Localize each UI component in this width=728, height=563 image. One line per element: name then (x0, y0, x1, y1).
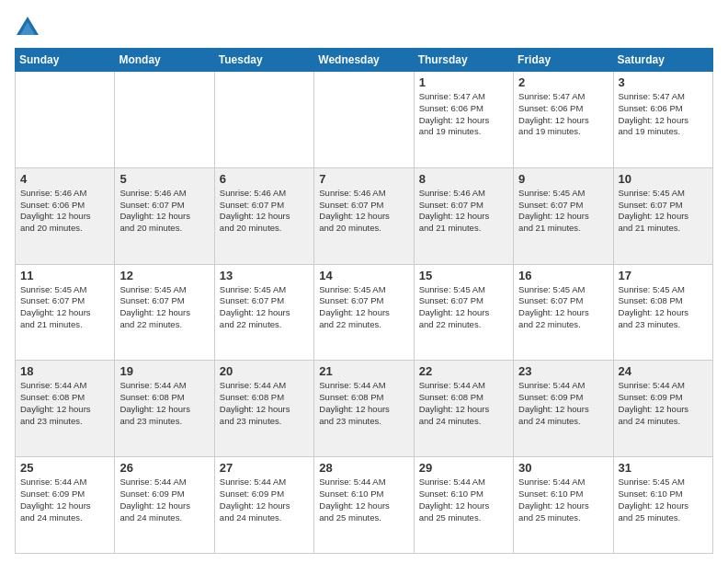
day-info: Sunrise: 5:45 AM Sunset: 6:07 PM Dayligh… (20, 284, 109, 331)
day-info: Sunrise: 5:44 AM Sunset: 6:08 PM Dayligh… (419, 380, 508, 427)
table-row: 22Sunrise: 5:44 AM Sunset: 6:08 PM Dayli… (414, 361, 513, 457)
table-row: 28Sunrise: 5:44 AM Sunset: 6:10 PM Dayli… (314, 457, 414, 554)
day-number: 8 (419, 172, 508, 186)
day-number: 7 (319, 172, 408, 186)
table-row: 26Sunrise: 5:44 AM Sunset: 6:09 PM Dayli… (115, 457, 214, 554)
table-row: 13Sunrise: 5:45 AM Sunset: 6:07 PM Dayli… (214, 264, 313, 361)
calendar-table: Sunday Monday Tuesday Wednesday Thursday… (15, 48, 713, 554)
table-row: 24Sunrise: 5:44 AM Sunset: 6:09 PM Dayli… (613, 361, 712, 457)
calendar-week-row: 1Sunrise: 5:47 AM Sunset: 6:06 PM Daylig… (16, 72, 713, 168)
day-info: Sunrise: 5:46 AM Sunset: 6:06 PM Dayligh… (20, 188, 109, 235)
day-info: Sunrise: 5:45 AM Sunset: 6:07 PM Dayligh… (419, 284, 508, 331)
table-row: 31Sunrise: 5:45 AM Sunset: 6:10 PM Dayli… (613, 457, 712, 554)
day-info: Sunrise: 5:44 AM Sunset: 6:09 PM Dayligh… (20, 477, 109, 523)
day-number: 29 (419, 461, 508, 475)
day-number: 4 (20, 172, 109, 186)
calendar-week-row: 11Sunrise: 5:45 AM Sunset: 6:07 PM Dayli… (16, 264, 713, 361)
day-info: Sunrise: 5:44 AM Sunset: 6:08 PM Dayligh… (119, 380, 209, 427)
table-row: 3Sunrise: 5:47 AM Sunset: 6:06 PM Daylig… (613, 72, 712, 168)
table-row: 7Sunrise: 5:46 AM Sunset: 6:07 PM Daylig… (314, 167, 414, 264)
table-row: 30Sunrise: 5:44 AM Sunset: 6:10 PM Dayli… (514, 457, 613, 554)
day-number: 25 (20, 461, 109, 475)
col-thursday: Thursday (414, 49, 513, 72)
day-number: 19 (119, 364, 209, 378)
table-row: 1Sunrise: 5:47 AM Sunset: 6:06 PM Daylig… (414, 72, 513, 168)
day-number: 21 (319, 364, 408, 378)
day-info: Sunrise: 5:45 AM Sunset: 6:07 PM Dayligh… (319, 284, 408, 331)
table-row (314, 72, 414, 168)
table-row: 14Sunrise: 5:45 AM Sunset: 6:07 PM Dayli… (314, 264, 414, 361)
day-number: 23 (518, 364, 608, 378)
col-saturday: Saturday (613, 49, 712, 72)
table-row: 18Sunrise: 5:44 AM Sunset: 6:08 PM Dayli… (16, 361, 115, 457)
day-number: 20 (220, 364, 309, 378)
day-number: 30 (518, 461, 608, 475)
table-row: 25Sunrise: 5:44 AM Sunset: 6:09 PM Dayli… (16, 457, 115, 554)
day-number: 13 (220, 269, 309, 282)
calendar-week-row: 25Sunrise: 5:44 AM Sunset: 6:09 PM Dayli… (16, 457, 713, 554)
day-number: 5 (119, 172, 209, 186)
day-number: 6 (220, 172, 309, 186)
day-number: 11 (20, 269, 109, 282)
table-row: 12Sunrise: 5:45 AM Sunset: 6:07 PM Dayli… (115, 264, 214, 361)
day-info: Sunrise: 5:45 AM Sunset: 6:07 PM Dayligh… (619, 188, 708, 235)
logo (15, 15, 44, 40)
table-row: 8Sunrise: 5:46 AM Sunset: 6:07 PM Daylig… (414, 167, 513, 264)
day-number: 2 (518, 75, 608, 89)
day-info: Sunrise: 5:47 AM Sunset: 6:06 PM Dayligh… (619, 91, 708, 138)
day-info: Sunrise: 5:47 AM Sunset: 6:06 PM Dayligh… (518, 91, 608, 138)
day-info: Sunrise: 5:45 AM Sunset: 6:07 PM Dayligh… (518, 188, 608, 235)
day-info: Sunrise: 5:44 AM Sunset: 6:09 PM Dayligh… (220, 477, 309, 523)
day-info: Sunrise: 5:44 AM Sunset: 6:09 PM Dayligh… (619, 380, 708, 427)
table-row: 15Sunrise: 5:45 AM Sunset: 6:07 PM Dayli… (414, 264, 513, 361)
table-row: 21Sunrise: 5:44 AM Sunset: 6:08 PM Dayli… (314, 361, 414, 457)
day-info: Sunrise: 5:45 AM Sunset: 6:07 PM Dayligh… (518, 284, 608, 331)
day-info: Sunrise: 5:47 AM Sunset: 6:06 PM Dayligh… (419, 91, 508, 138)
day-info: Sunrise: 5:44 AM Sunset: 6:08 PM Dayligh… (319, 380, 408, 427)
day-number: 9 (518, 172, 608, 186)
day-info: Sunrise: 5:45 AM Sunset: 6:10 PM Dayligh… (619, 477, 708, 523)
table-row (214, 72, 313, 168)
table-row: 20Sunrise: 5:44 AM Sunset: 6:08 PM Dayli… (214, 361, 313, 457)
table-row (16, 72, 115, 168)
day-number: 31 (619, 461, 708, 475)
table-row: 11Sunrise: 5:45 AM Sunset: 6:07 PM Dayli… (16, 264, 115, 361)
day-number: 27 (220, 461, 309, 475)
day-info: Sunrise: 5:46 AM Sunset: 6:07 PM Dayligh… (119, 188, 209, 235)
day-info: Sunrise: 5:45 AM Sunset: 6:08 PM Dayligh… (619, 284, 708, 331)
day-number: 14 (319, 269, 408, 282)
page: Sunday Monday Tuesday Wednesday Thursday… (0, 0, 728, 563)
table-row: 5Sunrise: 5:46 AM Sunset: 6:07 PM Daylig… (115, 167, 214, 264)
day-number: 16 (518, 269, 608, 282)
day-info: Sunrise: 5:44 AM Sunset: 6:09 PM Dayligh… (518, 380, 608, 427)
col-friday: Friday (514, 49, 613, 72)
day-number: 15 (419, 269, 508, 282)
day-number: 24 (619, 364, 708, 378)
header (15, 15, 713, 40)
calendar-header-row: Sunday Monday Tuesday Wednesday Thursday… (16, 49, 713, 72)
day-info: Sunrise: 5:44 AM Sunset: 6:08 PM Dayligh… (220, 380, 309, 427)
day-number: 28 (319, 461, 408, 475)
table-row: 27Sunrise: 5:44 AM Sunset: 6:09 PM Dayli… (214, 457, 313, 554)
table-row: 10Sunrise: 5:45 AM Sunset: 6:07 PM Dayli… (613, 167, 712, 264)
table-row: 6Sunrise: 5:46 AM Sunset: 6:07 PM Daylig… (214, 167, 313, 264)
day-info: Sunrise: 5:46 AM Sunset: 6:07 PM Dayligh… (220, 188, 309, 235)
day-number: 22 (419, 364, 508, 378)
table-row: 19Sunrise: 5:44 AM Sunset: 6:08 PM Dayli… (115, 361, 214, 457)
table-row: 4Sunrise: 5:46 AM Sunset: 6:06 PM Daylig… (16, 167, 115, 264)
day-info: Sunrise: 5:45 AM Sunset: 6:07 PM Dayligh… (119, 284, 209, 331)
col-sunday: Sunday (16, 49, 115, 72)
day-info: Sunrise: 5:46 AM Sunset: 6:07 PM Dayligh… (319, 188, 408, 235)
day-info: Sunrise: 5:44 AM Sunset: 6:10 PM Dayligh… (419, 477, 508, 523)
day-info: Sunrise: 5:44 AM Sunset: 6:08 PM Dayligh… (20, 380, 109, 427)
day-info: Sunrise: 5:45 AM Sunset: 6:07 PM Dayligh… (220, 284, 309, 331)
calendar-week-row: 4Sunrise: 5:46 AM Sunset: 6:06 PM Daylig… (16, 167, 713, 264)
day-number: 3 (619, 75, 708, 89)
table-row (115, 72, 214, 168)
day-number: 12 (119, 269, 209, 282)
day-info: Sunrise: 5:46 AM Sunset: 6:07 PM Dayligh… (419, 188, 508, 235)
table-row: 17Sunrise: 5:45 AM Sunset: 6:08 PM Dayli… (613, 264, 712, 361)
day-number: 10 (619, 172, 708, 186)
day-info: Sunrise: 5:44 AM Sunset: 6:09 PM Dayligh… (119, 477, 209, 523)
table-row: 2Sunrise: 5:47 AM Sunset: 6:06 PM Daylig… (514, 72, 613, 168)
